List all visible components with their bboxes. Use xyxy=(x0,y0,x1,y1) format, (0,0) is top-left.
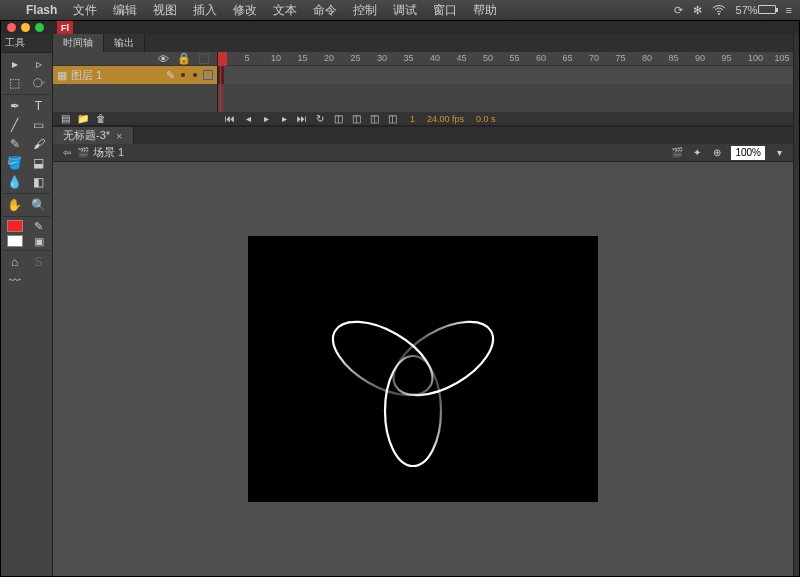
zoom-tool-icon[interactable]: 🔍 xyxy=(27,196,50,214)
option-disabled-icon: S xyxy=(27,253,50,271)
snap-tool-icon[interactable]: ⌂ xyxy=(3,253,26,271)
tab-timeline[interactable]: 时间轴 xyxy=(53,34,104,52)
scene-icon[interactable]: 🎬 xyxy=(77,147,89,159)
menu-commands[interactable]: 命令 xyxy=(305,2,345,19)
free-transform-tool-icon[interactable]: ⬚ xyxy=(3,74,26,92)
next-frame-icon[interactable]: ▸ xyxy=(278,113,290,125)
onion-2-icon[interactable]: ◫ xyxy=(350,113,362,125)
center-stage-icon[interactable]: ⊕ xyxy=(711,147,723,159)
eraser-tool-icon[interactable]: ◧ xyxy=(27,173,50,191)
close-tab-icon[interactable]: × xyxy=(116,130,122,142)
scene-name[interactable]: 场景 1 xyxy=(93,145,124,160)
lasso-tool-icon[interactable]: ⧂ xyxy=(27,74,50,92)
playhead[interactable] xyxy=(218,52,224,112)
subselection-tool-icon[interactable]: ▹ xyxy=(27,55,50,73)
wifi-icon[interactable] xyxy=(712,5,726,15)
canvas[interactable] xyxy=(248,236,598,502)
stage-area[interactable] xyxy=(53,162,793,576)
edit-symbol-icon[interactable]: ✦ xyxy=(691,147,703,159)
play-icon[interactable]: ▸ xyxy=(260,113,272,125)
lock-header-icon[interactable]: 🔒 xyxy=(177,52,191,65)
text-tool-icon[interactable]: T xyxy=(27,97,50,115)
pen-tool-icon[interactable]: ✒ xyxy=(3,97,26,115)
svg-point-0 xyxy=(718,13,720,15)
menu-text[interactable]: 文本 xyxy=(265,2,305,19)
app-menu[interactable]: Flash xyxy=(18,3,65,17)
layer-pencil-icon: ✎ xyxy=(166,69,175,82)
menu-edit[interactable]: 编辑 xyxy=(105,2,145,19)
back-icon[interactable]: ⇦ xyxy=(61,147,73,159)
zoom-dropdown-icon[interactable]: ▾ xyxy=(773,147,785,159)
layer-lock-dot[interactable] xyxy=(193,73,197,77)
document-tab-label: 无标题-3* xyxy=(63,128,110,143)
right-dock[interactable] xyxy=(793,34,799,576)
fill-color-swatch[interactable] xyxy=(3,234,26,248)
sync-icon[interactable]: ⟳ xyxy=(674,4,683,17)
smooth-tool-icon[interactable]: 〰 xyxy=(3,272,26,290)
visibility-header-icon[interactable]: 👁 xyxy=(158,53,169,65)
prev-frame-icon[interactable]: ◂ xyxy=(242,113,254,125)
window-close-button[interactable] xyxy=(7,23,16,32)
layer-visibility-dot[interactable] xyxy=(181,73,185,77)
loop-icon[interactable]: ↻ xyxy=(314,113,326,125)
new-layer-icon[interactable]: ▤ xyxy=(59,113,71,125)
edit-scene-icon[interactable]: 🎬 xyxy=(671,147,683,159)
fill-picker-icon[interactable]: ▣ xyxy=(27,234,50,248)
timeline-panel: 时间轴 输出 👁 🔒 ▦ 图层 1 xyxy=(53,34,793,127)
menu-window[interactable]: 窗口 xyxy=(425,2,465,19)
zoom-level[interactable]: 100% xyxy=(731,146,765,160)
app-window: Fl 工具 ▸ ▹ ⬚ ⧂ ✒ T ╱ ▭ ✎ 🖌 🪣 ⬓ 💧 ◧ ✋ xyxy=(0,20,800,577)
app-logo: Fl xyxy=(57,21,73,34)
artwork xyxy=(248,236,598,502)
document-tab[interactable]: 无标题-3* × xyxy=(53,127,134,144)
layer-outline-box[interactable] xyxy=(203,70,213,80)
stroke-picker-icon[interactable]: ✎ xyxy=(27,219,50,233)
menu-help[interactable]: 帮助 xyxy=(465,2,505,19)
window-zoom-button[interactable] xyxy=(35,23,44,32)
menu-insert[interactable]: 插入 xyxy=(185,2,225,19)
menu-file[interactable]: 文件 xyxy=(65,2,105,19)
system-menubar: Flash 文件 编辑 视图 插入 修改 文本 命令 控制 调试 窗口 帮助 ⟳… xyxy=(0,0,800,20)
tools-panel: 工具 ▸ ▹ ⬚ ⧂ ✒ T ╱ ▭ ✎ 🖌 🪣 ⬓ 💧 ◧ ✋ 🔍 xyxy=(1,34,53,576)
layer-name[interactable]: 图层 1 xyxy=(71,68,102,83)
battery-percent: 57% xyxy=(736,4,758,16)
tools-panel-header[interactable]: 工具 xyxy=(1,34,52,53)
brush-tool-icon[interactable]: 🖌 xyxy=(27,135,50,153)
hand-tool-icon[interactable]: ✋ xyxy=(3,196,26,214)
time-readout: 0.0 s xyxy=(476,114,496,124)
outline-header-icon[interactable] xyxy=(199,54,209,64)
rectangle-tool-icon[interactable]: ▭ xyxy=(27,116,50,134)
battery-icon xyxy=(758,5,776,14)
menu-view[interactable]: 视图 xyxy=(145,2,185,19)
paint-bucket-tool-icon[interactable]: 🪣 xyxy=(3,154,26,172)
layer-icon: ▦ xyxy=(57,69,67,82)
menu-control[interactable]: 控制 xyxy=(345,2,385,19)
tab-output[interactable]: 输出 xyxy=(104,34,145,52)
frames-pane[interactable]: 1510152025303540455055606570758085909510… xyxy=(218,52,793,112)
ink-bottle-tool-icon[interactable]: ⬓ xyxy=(27,154,50,172)
window-titlebar[interactable]: Fl xyxy=(1,21,799,34)
onion-3-icon[interactable]: ◫ xyxy=(368,113,380,125)
window-minimize-button[interactable] xyxy=(21,23,30,32)
new-folder-icon[interactable]: 📁 xyxy=(77,113,89,125)
first-frame-icon[interactable]: ⏮ xyxy=(224,113,236,125)
frame-row[interactable] xyxy=(218,66,793,84)
onion-4-icon[interactable]: ◫ xyxy=(386,113,398,125)
eyedropper-tool-icon[interactable]: 💧 xyxy=(3,173,26,191)
frame-ruler[interactable]: 1510152025303540455055606570758085909510… xyxy=(218,52,793,66)
battery-indicator[interactable]: 57% xyxy=(736,4,776,16)
line-tool-icon[interactable]: ╱ xyxy=(3,116,26,134)
menu-modify[interactable]: 修改 xyxy=(225,2,265,19)
last-frame-icon[interactable]: ⏭ xyxy=(296,113,308,125)
layer-row[interactable]: ▦ 图层 1 ✎ xyxy=(53,66,217,84)
menu-extras-icon[interactable]: ≡ xyxy=(786,4,792,16)
extension-icon[interactable]: ✻ xyxy=(693,4,702,17)
stroke-color-swatch[interactable] xyxy=(3,219,26,233)
onion-1-icon[interactable]: ◫ xyxy=(332,113,344,125)
menu-debug[interactable]: 调试 xyxy=(385,2,425,19)
delete-layer-icon[interactable]: 🗑 xyxy=(95,113,107,125)
pencil-tool-icon[interactable]: ✎ xyxy=(3,135,26,153)
fps-readout: 24.00 fps xyxy=(427,114,464,124)
selection-tool-icon[interactable]: ▸ xyxy=(3,55,26,73)
system-tray: ⟳ ✻ 57% ≡ xyxy=(674,4,792,17)
